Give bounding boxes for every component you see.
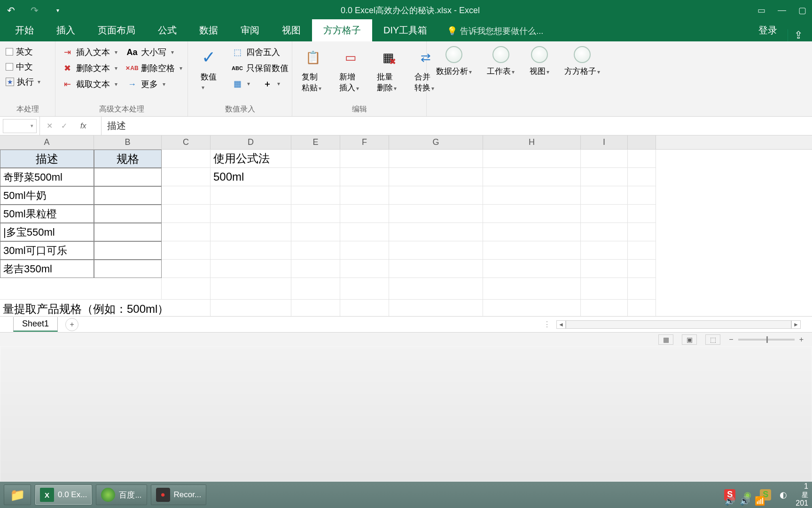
- cell[interactable]: [340, 205, 389, 223]
- cell[interactable]: [628, 223, 656, 241]
- cell[interactable]: [94, 168, 162, 186]
- cell[interactable]: [94, 186, 162, 205]
- cell[interactable]: [483, 241, 581, 260]
- cell[interactable]: [581, 186, 628, 205]
- col-header[interactable]: I: [581, 135, 628, 149]
- cell[interactable]: [291, 223, 340, 241]
- cell[interactable]: 老吉350ml: [0, 260, 94, 278]
- cell[interactable]: [628, 241, 656, 260]
- btn-copy-paste[interactable]: 📋复制粘贴▾: [297, 44, 329, 95]
- cell[interactable]: [628, 168, 656, 186]
- cell[interactable]: [162, 168, 211, 186]
- btn-numeric[interactable]: ✓ 数值▾: [193, 44, 225, 94]
- cell[interactable]: [581, 150, 628, 168]
- cell[interactable]: [389, 278, 483, 300]
- btn-batch-delete[interactable]: ▦✖批量删除▾: [372, 44, 404, 95]
- col-header[interactable]: B: [94, 135, 162, 149]
- cell[interactable]: [628, 186, 656, 205]
- taskbar-clock[interactable]: 1 星 201: [796, 482, 808, 508]
- view-page-break-button[interactable]: ⬚: [705, 334, 720, 345]
- view-page-layout-button[interactable]: ▣: [682, 334, 697, 345]
- tab-data[interactable]: 数据: [188, 19, 229, 41]
- check-execute[interactable]: ★执行▾: [5, 74, 41, 89]
- maximize-icon[interactable]: ▢: [798, 5, 806, 16]
- cell[interactable]: [340, 168, 389, 186]
- cell[interactable]: [628, 300, 656, 316]
- view-normal-button[interactable]: ▦: [658, 334, 673, 345]
- cell[interactable]: [483, 223, 581, 241]
- cell[interactable]: 奇野菜500ml: [0, 168, 94, 186]
- cell[interactable]: [389, 241, 483, 260]
- cell[interactable]: [483, 186, 581, 205]
- taskbar-browser[interactable]: 百度...: [96, 484, 147, 505]
- btn-worksheet[interactable]: 工作表▾: [482, 44, 519, 79]
- col-header[interactable]: G: [389, 135, 483, 149]
- cell[interactable]: 50ml果粒橙: [0, 205, 94, 223]
- cell[interactable]: [340, 278, 389, 300]
- cell[interactable]: [291, 205, 340, 223]
- scroll-right-icon[interactable]: ►: [791, 320, 801, 329]
- volume-icon[interactable]: 🔊: [725, 496, 735, 506]
- cell[interactable]: [0, 278, 94, 300]
- btn-more[interactable]: →更多▾: [125, 76, 184, 92]
- cell[interactable]: [389, 300, 483, 316]
- fx-icon[interactable]: fx: [80, 122, 86, 130]
- tab-formulas[interactable]: 公式: [147, 19, 188, 41]
- cell[interactable]: 500ml: [211, 168, 291, 186]
- col-header[interactable]: D: [211, 135, 291, 149]
- cell[interactable]: [389, 150, 483, 168]
- volume-icon[interactable]: 🔊: [740, 496, 750, 506]
- taskbar-excel[interactable]: X0.0 Ex...: [35, 484, 92, 505]
- cell[interactable]: [291, 150, 340, 168]
- cell[interactable]: [94, 205, 162, 223]
- scroll-left-icon[interactable]: ◄: [556, 320, 566, 329]
- tab-home[interactable]: 开始: [4, 19, 45, 41]
- tab-insert[interactable]: 插入: [45, 19, 86, 41]
- taskbar-explorer[interactable]: 📁: [4, 484, 31, 505]
- cell[interactable]: [162, 278, 211, 300]
- share-button[interactable]: ⇪: [788, 29, 808, 41]
- cell[interactable]: [628, 260, 656, 278]
- cell[interactable]: [581, 260, 628, 278]
- tab-view[interactable]: 视图: [271, 19, 312, 41]
- cell[interactable]: [162, 150, 211, 168]
- cell[interactable]: [162, 260, 211, 278]
- horizontal-scrollbar[interactable]: ◄ ►: [556, 320, 812, 329]
- cell[interactable]: [211, 300, 291, 316]
- scroll-track[interactable]: [566, 320, 791, 329]
- tab-review[interactable]: 审阅: [229, 19, 271, 41]
- cell[interactable]: [628, 205, 656, 223]
- cell[interactable]: 量提取产品规格（例如：500ml）: [0, 300, 211, 316]
- zoom-control[interactable]: − +: [729, 335, 804, 344]
- cell[interactable]: 50ml牛奶: [0, 186, 94, 205]
- cell[interactable]: |多宝550ml: [0, 223, 94, 241]
- minimize-icon[interactable]: —: [778, 5, 786, 16]
- name-box[interactable]: ▾: [3, 119, 37, 133]
- tab-fangfang[interactable]: 方方格子: [312, 19, 372, 41]
- cell[interactable]: 描述: [0, 150, 94, 168]
- cell[interactable]: [483, 205, 581, 223]
- cell[interactable]: [291, 278, 340, 300]
- cell[interactable]: [94, 260, 162, 278]
- zoom-out-icon[interactable]: −: [729, 335, 733, 344]
- btn-insert-text[interactable]: ⇥插入文本▾: [60, 44, 119, 60]
- cell[interactable]: [162, 186, 211, 205]
- cell[interactable]: [162, 241, 211, 260]
- tab-scroll-dots-icon[interactable]: ⋮: [543, 320, 551, 329]
- cell[interactable]: [291, 168, 340, 186]
- cell[interactable]: [94, 278, 162, 300]
- cell[interactable]: [483, 278, 581, 300]
- col-header[interactable]: A: [0, 135, 94, 149]
- btn-insert-new[interactable]: ▭新增插入▾: [335, 44, 367, 95]
- cell[interactable]: [211, 205, 291, 223]
- btn-keep-numeric[interactable]: ABC只保留数值: [230, 60, 290, 76]
- btn-case[interactable]: Aa大小写▾: [125, 44, 184, 60]
- cell[interactable]: [211, 278, 291, 300]
- cell[interactable]: [581, 278, 628, 300]
- formula-input[interactable]: 描述: [102, 119, 812, 132]
- cell[interactable]: [389, 186, 483, 205]
- col-header[interactable]: F: [340, 135, 389, 149]
- cell[interactable]: [340, 186, 389, 205]
- zoom-in-icon[interactable]: +: [799, 335, 804, 344]
- taskbar-recorder[interactable]: ●Recor...: [151, 484, 207, 505]
